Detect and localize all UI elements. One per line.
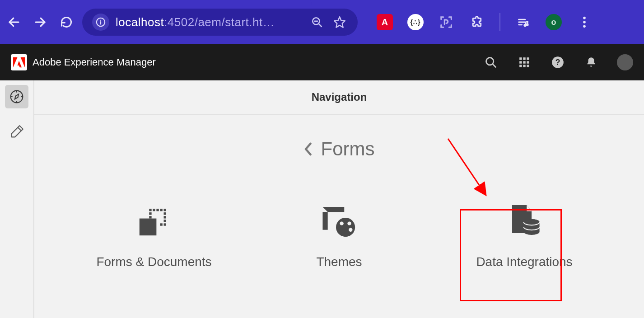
breadcrumb: Forms	[34, 138, 644, 160]
apps-grid-icon[interactable]	[517, 55, 532, 70]
url-path: :4502/aem/start.ht…	[164, 15, 275, 29]
browser-toolbar: localhost:4502/aem/start.ht… A {∴} o	[0, 0, 644, 44]
svg-point-50	[340, 221, 343, 225]
card-label: Themes	[316, 255, 362, 269]
svg-rect-23	[523, 61, 525, 63]
url-text: localhost:4502/aem/start.ht…	[116, 15, 303, 29]
bookmark-star-icon[interactable]	[331, 14, 348, 30]
card-label: Forms & Documents	[96, 255, 211, 269]
svg-point-16	[583, 25, 586, 28]
svg-rect-42	[164, 212, 166, 215]
address-bar[interactable]: localhost:4502/aem/start.ht…	[82, 9, 358, 36]
navigation-title: Navigation	[34, 80, 644, 115]
svg-rect-41	[164, 209, 166, 211]
site-info-icon[interactable]	[92, 14, 109, 31]
svg-rect-19	[519, 57, 522, 60]
breadcrumb-title[interactable]: Forms	[321, 138, 375, 160]
svg-line-6	[319, 24, 322, 27]
svg-rect-47	[149, 212, 151, 215]
back-button[interactable]	[4, 12, 24, 33]
svg-line-18	[493, 64, 495, 67]
svg-rect-37	[149, 209, 151, 211]
left-rail	[0, 80, 34, 318]
svg-rect-21	[527, 57, 529, 60]
extension-json-icon[interactable]: {∴}	[407, 14, 424, 30]
svg-point-15	[583, 21, 586, 23]
aem-body: Navigation Forms Forms & Documents Theme…	[0, 80, 644, 318]
rail-tools-icon[interactable]	[5, 120, 28, 144]
help-icon[interactable]: ?	[550, 55, 565, 70]
aem-header: Adobe Experience Manager ?	[0, 44, 644, 80]
extension-adobe-icon[interactable]: A	[377, 14, 393, 30]
header-actions: ?	[483, 54, 633, 70]
card-forms-documents[interactable]: Forms & Documents	[73, 201, 235, 269]
svg-rect-40	[160, 209, 162, 211]
svg-point-14	[583, 17, 586, 19]
search-icon[interactable]	[483, 55, 499, 70]
svg-point-4	[100, 20, 101, 21]
svg-rect-44	[164, 220, 166, 222]
svg-rect-27	[527, 65, 529, 67]
reload-button[interactable]	[56, 12, 77, 33]
svg-rect-22	[519, 61, 522, 63]
tab-indicator	[77, 0, 312, 5]
svg-rect-25	[519, 65, 522, 67]
profile-avatar[interactable]: o	[546, 14, 562, 30]
media-control-icon[interactable]	[515, 14, 531, 30]
svg-point-49	[336, 218, 355, 237]
breadcrumb-back-icon[interactable]	[304, 142, 313, 156]
browser-menu-icon[interactable]	[576, 14, 593, 30]
svg-rect-36	[140, 219, 157, 236]
extensions-puzzle-icon[interactable]	[469, 14, 485, 30]
svg-rect-45	[164, 223, 166, 225]
svg-point-51	[347, 221, 351, 225]
svg-rect-48	[149, 216, 151, 218]
zoom-icon[interactable]	[309, 14, 325, 30]
adobe-logo-icon[interactable]	[11, 54, 27, 70]
svg-rect-46	[160, 223, 162, 225]
card-themes[interactable]: Themes	[258, 201, 420, 269]
svg-marker-8	[334, 17, 345, 27]
product-title[interactable]: Adobe Experience Manager	[33, 56, 156, 68]
themes-icon	[319, 201, 359, 241]
svg-rect-39	[156, 209, 159, 211]
svg-rect-24	[527, 61, 529, 63]
svg-rect-43	[164, 216, 166, 218]
svg-marker-31	[15, 94, 19, 99]
forms-documents-icon	[134, 201, 174, 241]
rail-navigation-icon[interactable]	[5, 85, 28, 108]
forward-button[interactable]	[30, 12, 51, 33]
svg-rect-38	[153, 209, 155, 211]
extension-bracket-icon[interactable]	[438, 14, 454, 30]
svg-rect-20	[523, 57, 525, 60]
svg-point-52	[349, 228, 352, 231]
svg-rect-26	[523, 65, 525, 67]
svg-text:?: ?	[555, 58, 560, 67]
notifications-bell-icon[interactable]	[583, 55, 599, 70]
toolbar-divider	[499, 13, 500, 31]
browser-extensions: A {∴} o	[377, 13, 593, 31]
url-host: localhost	[116, 15, 164, 29]
annotation-highlight	[460, 209, 562, 301]
user-avatar-icon[interactable]	[617, 54, 633, 70]
